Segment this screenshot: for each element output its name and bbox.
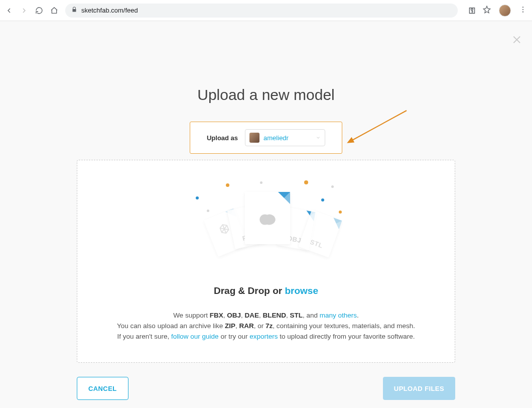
user-avatar-thumb xyxy=(249,133,259,143)
drag-prefix: Drag & Drop or xyxy=(214,285,285,296)
reload-icon[interactable] xyxy=(35,7,43,15)
upload-files-button[interactable]: UPLOAD FILES xyxy=(383,377,455,400)
modal-content: Upload a new model Upload as ameliedr xyxy=(77,86,455,400)
drag-drop-title: Drag & Drop or browse xyxy=(214,285,318,296)
upload-as-label: Upload as xyxy=(207,134,238,142)
user-selector[interactable]: ameliedr xyxy=(245,129,325,146)
svg-point-1 xyxy=(522,9,523,10)
browser-menu-icon[interactable] xyxy=(519,6,527,16)
selected-user-name: ameliedr xyxy=(263,134,312,142)
many-others-link[interactable]: many others xyxy=(320,312,357,319)
page: Upload a new model Upload as ameliedr xyxy=(0,21,532,408)
footer-buttons: CANCEL UPLOAD FILES xyxy=(77,377,455,400)
profile-avatar[interactable] xyxy=(499,5,511,17)
browser-right-icons: ⚿ xyxy=(469,5,527,17)
address-bar[interactable]: sketchfab.com/feed xyxy=(65,4,458,18)
password-key-icon[interactable]: ⚿ xyxy=(469,7,475,15)
upload-illustration: FBX OBJ STL xyxy=(181,175,351,255)
file-label: STL xyxy=(309,238,324,250)
browser-bar: sketchfab.com/feed ⚿ xyxy=(0,0,532,21)
svg-point-0 xyxy=(522,7,523,8)
lock-icon xyxy=(71,7,77,14)
forward-icon[interactable] xyxy=(20,7,28,15)
guide-link[interactable]: follow our guide xyxy=(171,333,219,340)
browse-link[interactable]: browse xyxy=(285,285,318,296)
close-button[interactable] xyxy=(512,34,523,47)
dropzone[interactable]: FBX OBJ STL Drag & Drop or browse xyxy=(77,160,455,363)
support-text: We support FBX, OBJ, DAE, BLEND, STL, an… xyxy=(117,311,415,342)
exporters-link[interactable]: exporters xyxy=(249,333,278,340)
back-icon[interactable] xyxy=(5,7,13,15)
file-card-center xyxy=(245,192,290,244)
url-text: sketchfab.com/feed xyxy=(81,7,138,14)
home-icon[interactable] xyxy=(50,7,58,15)
upload-as-box: Upload as ameliedr xyxy=(190,122,342,154)
cancel-button[interactable]: CANCEL xyxy=(77,377,128,400)
bookmark-star-icon[interactable] xyxy=(483,6,491,16)
nav-controls xyxy=(5,7,58,15)
page-title: Upload a new model xyxy=(197,86,335,104)
svg-point-2 xyxy=(522,11,523,12)
chevron-down-icon xyxy=(316,133,321,142)
